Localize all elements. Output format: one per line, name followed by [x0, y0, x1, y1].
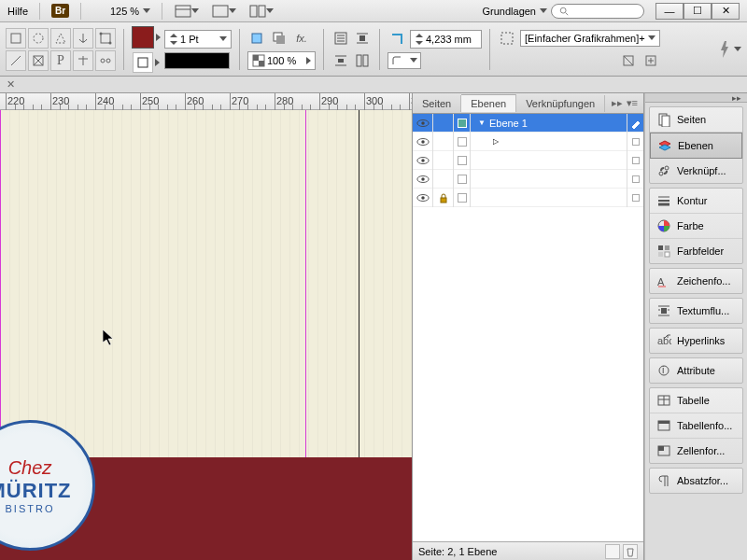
horizontal-ruler[interactable]: 2202302402502602702802903003 — [0, 93, 412, 110]
opacity-field[interactable] — [247, 51, 316, 70]
tab-seiten[interactable]: Seiten — [413, 95, 461, 112]
tab-ebenen[interactable]: Ebenen — [461, 94, 516, 112]
dock-button-char[interactable]: AZeichenfo... — [650, 269, 742, 293]
target-icon[interactable] — [627, 170, 643, 189]
delete-layer-button[interactable] — [623, 544, 638, 559]
svg-marker-66 — [659, 145, 670, 150]
visibility-toggle[interactable] — [413, 133, 433, 151]
new-layer-button[interactable] — [605, 544, 620, 559]
layer-row[interactable] — [413, 170, 643, 189]
lock-toggle[interactable] — [433, 133, 454, 151]
panel-collapse-icon[interactable]: ▸▸ — [612, 97, 623, 109]
screen-mode-button[interactable] — [211, 2, 237, 21]
workspace-switcher[interactable]: Grundlagen — [483, 6, 537, 17]
corner-radius-input[interactable] — [426, 34, 477, 45]
dock-button-pages[interactable]: Seiten — [650, 107, 742, 133]
corner-radius-field[interactable] — [410, 30, 482, 49]
tab-verknuepfungen[interactable]: Verknüpfungen — [516, 95, 605, 112]
zoom-level[interactable] — [92, 6, 150, 17]
opacity-input[interactable] — [267, 55, 304, 66]
tool-rect-icon[interactable] — [6, 28, 26, 49]
dock-button-hyper[interactable]: abcHyperlinks — [650, 329, 742, 353]
frame-fitting-icon[interactable] — [498, 29, 516, 48]
minimize-button[interactable]: — — [655, 3, 684, 20]
target-icon[interactable] — [627, 133, 643, 151]
view-options-button[interactable] — [174, 2, 200, 21]
drop-shadow-button[interactable] — [270, 29, 289, 48]
menu-help[interactable]: Hilfe — [7, 6, 28, 17]
target-icon[interactable] — [627, 189, 643, 207]
tool-frame-icon[interactable] — [28, 50, 49, 71]
dock-button-swatches[interactable]: Farbfelder — [650, 239, 742, 263]
text-wrap-column-icon[interactable] — [353, 51, 372, 70]
opacity-icon — [252, 54, 265, 67]
target-icon[interactable] — [627, 151, 643, 170]
dock-button-para[interactable]: Absatzfor... — [650, 469, 742, 493]
new-style-icon[interactable] — [641, 51, 660, 70]
layer-list[interactable]: ▼Ebene 1▷ — [413, 114, 643, 541]
zoom-input[interactable] — [92, 6, 139, 17]
tool-line-icon[interactable] — [6, 50, 26, 71]
tool-poly-icon[interactable] — [50, 28, 71, 49]
visibility-toggle[interactable] — [413, 189, 433, 207]
dock-button-links[interactable]: Verknüpf... — [650, 159, 742, 183]
visibility-toggle[interactable] — [413, 151, 433, 170]
tool-transform-icon[interactable] — [95, 28, 116, 49]
dock-label: Tabellenfo... — [677, 420, 732, 431]
stroke-swatch[interactable] — [133, 52, 153, 73]
thumbnail — [454, 170, 471, 189]
tool-anchor-icon[interactable] — [73, 28, 93, 49]
dock-button-cellstyle[interactable]: Zellenfor... — [650, 439, 742, 463]
dock-button-color[interactable]: Farbe — [650, 214, 742, 239]
layer-row[interactable] — [413, 151, 643, 170]
search-field[interactable] — [551, 4, 644, 19]
tab-close-button[interactable]: ✕ — [4, 78, 17, 91]
text-wrap-none-icon[interactable] — [331, 29, 350, 48]
tool-ellipse-icon[interactable] — [28, 28, 49, 49]
lock-toggle[interactable] — [433, 189, 454, 207]
stroke-icon — [656, 193, 671, 208]
text-wrap-around-icon[interactable] — [353, 29, 372, 48]
dock-button-layers[interactable]: Ebenen — [650, 133, 742, 159]
tool-balance-icon[interactable] — [73, 50, 93, 71]
bridge-button[interactable]: Br — [51, 4, 69, 18]
target-icon[interactable] — [627, 114, 643, 133]
document-canvas[interactable]: Chez MÜRITZ BISTRO // stripes — [0, 110, 412, 560]
corner-options-icon[interactable] — [388, 30, 406, 49]
dock-button-wrap[interactable]: Textumflu... — [650, 299, 742, 323]
lock-toggle[interactable] — [433, 151, 454, 170]
quick-apply-icon[interactable] — [715, 38, 734, 61]
dock-button-tablestyle[interactable]: Tabellenfo... — [650, 413, 742, 439]
dock-button-table[interactable]: Tabelle — [650, 388, 742, 413]
lock-toggle[interactable] — [433, 170, 454, 189]
fill-swatch[interactable] — [132, 26, 154, 49]
tool-type-icon[interactable]: P — [50, 50, 71, 71]
visibility-toggle[interactable] — [413, 114, 433, 133]
fx-button[interactable]: fx. — [292, 29, 311, 48]
effects-button[interactable] — [247, 29, 266, 48]
stroke-weight-field[interactable] — [164, 30, 232, 49]
panel-menu-icon[interactable]: ▾≡ — [627, 97, 638, 109]
object-style-dropdown[interactable]: [Einfacher Grafikrahmen]+ — [520, 30, 660, 47]
corner-shape-dropdown[interactable] — [388, 52, 421, 69]
visibility-toggle[interactable] — [413, 170, 433, 189]
text-wrap-jump-icon[interactable] — [331, 51, 350, 70]
maximize-button[interactable]: ☐ — [684, 3, 712, 20]
dock-button-attr[interactable]: iAttribute — [650, 358, 742, 383]
svg-point-59 — [421, 177, 425, 181]
svg-rect-76 — [665, 252, 669, 257]
lock-toggle[interactable] — [433, 114, 454, 133]
layer-row[interactable] — [413, 189, 643, 207]
dock-button-stroke[interactable]: Kontur — [650, 189, 742, 214]
svg-point-57 — [421, 159, 425, 162]
stroke-weight-input[interactable] — [180, 34, 218, 45]
layer-row[interactable]: ▷ — [413, 133, 643, 151]
stroke-style-dropdown[interactable] — [164, 52, 230, 69]
arrange-button[interactable] — [248, 2, 275, 21]
clear-overrides-icon[interactable] — [619, 51, 638, 70]
close-button[interactable]: ✕ — [712, 3, 740, 20]
dock-collapse-icon[interactable]: ▸▸ — [732, 93, 741, 103]
layer-row[interactable]: ▼Ebene 1 — [413, 114, 643, 133]
tool-distribute-icon[interactable] — [95, 50, 116, 71]
dock-label: Zellenfor... — [677, 445, 725, 456]
